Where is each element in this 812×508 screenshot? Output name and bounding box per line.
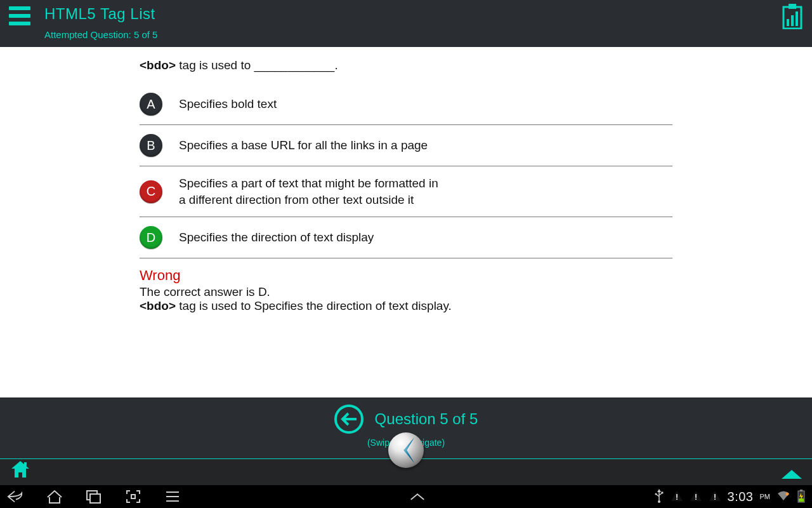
feedback-block: Wrong The correct answer is D. <bdo> tag… — [140, 267, 672, 313]
option-row-d[interactable]: DSpecifies the direction of text display — [140, 217, 672, 258]
svg-rect-4 — [796, 11, 798, 26]
svg-rect-26 — [714, 494, 716, 498]
svg-rect-18 — [661, 491, 663, 493]
feedback-correct-answer: The correct answer is D. — [140, 285, 672, 299]
question-counter: Question 5 of 5 — [375, 410, 478, 428]
question-tag-bold: <bdo> — [140, 58, 176, 72]
question-stem: <bdo> tag is used to ____________. — [140, 58, 672, 72]
svg-rect-9 — [90, 494, 100, 503]
option-text: Specifies the direction of text display — [179, 229, 374, 246]
expand-up-icon[interactable] — [782, 470, 802, 479]
option-badge: B — [140, 134, 162, 157]
option-badge: D — [140, 226, 162, 249]
warning-icon — [671, 490, 683, 504]
option-text: Specifies a part of text that might be f… — [179, 175, 438, 208]
feedback-tag-bold: <bdo> — [140, 299, 176, 312]
home-system-icon[interactable] — [46, 488, 63, 505]
svg-rect-7 — [24, 462, 27, 466]
footer-bar — [0, 458, 812, 485]
option-text: Specifies a base URL for all the links i… — [179, 137, 428, 154]
app-header: HTML5 Tag List Attempted Question: 5 of … — [0, 0, 812, 47]
recent-apps-icon[interactable] — [85, 488, 103, 505]
header-titles: HTML5 Tag List Attempted Question: 5 of … — [44, 5, 157, 40]
svg-rect-24 — [695, 498, 697, 500]
svg-rect-10 — [131, 495, 135, 498]
prev-question-button[interactable] — [334, 404, 363, 434]
svg-rect-31 — [800, 490, 802, 491]
svg-rect-23 — [695, 494, 697, 498]
chevron-up-icon[interactable] — [409, 488, 426, 505]
usb-icon — [654, 489, 664, 505]
attempt-counter: Attempted Question: 5 of 5 — [44, 29, 157, 40]
menu-system-icon[interactable] — [164, 488, 181, 505]
svg-point-16 — [658, 500, 660, 503]
svg-rect-1 — [789, 4, 796, 9]
option-row-a[interactable]: ASpecifies bold text — [140, 84, 672, 125]
question-content: <bdo> tag is used to ____________. ASpec… — [0, 47, 812, 398]
option-row-c[interactable]: CSpecifies a part of text that might be … — [140, 166, 672, 217]
android-system-bar: 3:03 PM — [0, 485, 812, 508]
home-icon[interactable] — [10, 460, 30, 481]
status-icons: 3:03 PM — [654, 489, 806, 505]
stats-clipboard-icon[interactable] — [782, 4, 803, 32]
app-title: HTML5 Tag List — [44, 5, 157, 23]
status-ampm: PM — [760, 493, 771, 500]
svg-point-17 — [655, 493, 657, 495]
status-time: 3:03 — [728, 490, 754, 504]
svg-rect-2 — [787, 19, 789, 26]
question-stem-rest: tag is used to ____________. — [176, 58, 338, 72]
hamburger-icon[interactable] — [9, 6, 30, 25]
app-logo-icon[interactable] — [388, 432, 424, 468]
feedback-explanation: <bdo> tag is used to Specifies the direc… — [140, 299, 672, 313]
option-text: Specifies bold text — [179, 96, 277, 112]
svg-rect-3 — [791, 15, 794, 26]
wifi-icon — [776, 490, 790, 504]
option-badge: A — [140, 93, 162, 116]
feedback-explanation-rest: tag is used to Specifies the direction o… — [176, 299, 452, 312]
warning-icon — [690, 490, 702, 504]
battery-icon — [797, 489, 806, 505]
screenshot-icon[interactable] — [124, 488, 142, 505]
back-icon[interactable] — [6, 488, 24, 505]
svg-rect-21 — [676, 498, 678, 500]
option-badge: C — [140, 180, 162, 203]
warning-icon — [709, 490, 721, 504]
svg-marker-15 — [657, 489, 661, 492]
svg-marker-29 — [787, 492, 789, 496]
svg-rect-27 — [714, 498, 716, 500]
feedback-status: Wrong — [140, 267, 672, 284]
svg-rect-20 — [676, 494, 678, 498]
option-row-b[interactable]: BSpecifies a base URL for all the links … — [140, 125, 672, 166]
